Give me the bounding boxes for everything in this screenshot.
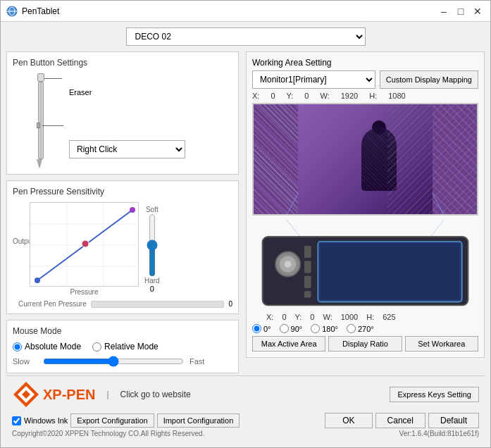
connector-svg: [254, 193, 477, 214]
preview-background: [254, 104, 477, 214]
ok-button[interactable]: OK: [325, 413, 372, 428]
absolute-radio[interactable]: [13, 342, 22, 351]
windows-ink-option[interactable]: Windows Ink: [12, 416, 68, 425]
tablet-h-val: 625: [383, 313, 395, 321]
tablet-x-label: X:: [266, 313, 273, 321]
pen-button-select[interactable]: Right Click: [69, 140, 185, 158]
rot-90-radio[interactable]: [280, 324, 289, 333]
svg-rect-21: [304, 261, 311, 273]
custom-display-button[interactable]: Custom Display Mapping: [380, 70, 478, 89]
main-area: Pen Button Settings: [6, 51, 485, 375]
rotation-row: 0° 90° 180° 270°: [252, 324, 478, 333]
absolute-label: Absolute Mode: [25, 342, 81, 351]
default-button[interactable]: Default: [428, 413, 479, 428]
display-coords: X: 0 Y: 0 W: 1920 H: 1080: [252, 92, 478, 100]
windows-ink-checkbox[interactable]: [12, 416, 21, 425]
rot-0-label: 0°: [263, 325, 271, 333]
app-icon: [6, 6, 18, 17]
logo-text: XP-PEN: [43, 387, 95, 403]
brand-row: XP-PEN | Click go to website Express Key…: [12, 380, 479, 409]
monitor-row: Monitor1[Primary] Custom Display Mapping: [252, 70, 478, 89]
relative-mode-option[interactable]: Relative Mode: [92, 342, 159, 351]
left-panel: Pen Button Settings: [6, 51, 239, 375]
rot-270-option[interactable]: 270°: [347, 324, 374, 333]
speed-slider[interactable]: [43, 356, 184, 367]
svg-point-19: [285, 261, 292, 268]
svg-line-12: [287, 193, 299, 214]
device-row: DECO 02: [6, 27, 485, 46]
bottom-footer: Copyright©2020 XPPEN Technology CO.All R…: [12, 428, 479, 437]
express-keys-button[interactable]: Express Keys Setting: [390, 387, 479, 402]
relative-radio[interactable]: [92, 342, 101, 351]
svg-rect-20: [304, 246, 311, 259]
import-button[interactable]: Import Configuration: [157, 413, 240, 428]
display-ratio-button[interactable]: Display Ratio: [328, 336, 402, 351]
cancel-button[interactable]: Cancel: [375, 413, 425, 428]
pressure-slider-value: 0: [150, 285, 154, 293]
max-active-button[interactable]: Max Active Area: [252, 336, 325, 351]
version-text: Ver:1.6.4(Build:81b1e61f): [399, 430, 479, 437]
mouse-mode-title: Mouse Mode: [13, 326, 232, 336]
svg-point-9: [82, 240, 89, 247]
monitor-select[interactable]: Monitor1[Primary]: [252, 70, 375, 89]
pen-button-title: Pen Button Settings: [13, 58, 232, 68]
rot-90-label: 90°: [291, 325, 303, 333]
pressure-graph: [30, 202, 139, 287]
absolute-mode-option[interactable]: Absolute Mode: [13, 342, 81, 351]
right-panel: Working Area Setting Monitor1[Primary] C…: [246, 51, 485, 375]
pressure-slider[interactable]: [145, 213, 159, 277]
svg-rect-22: [304, 276, 311, 289]
device-select[interactable]: DECO 02: [126, 27, 366, 46]
windows-ink-label: Windows Ink: [24, 416, 68, 425]
pressure-bar: [91, 301, 225, 308]
website-link[interactable]: Click go to website: [120, 390, 191, 399]
rot-270-radio[interactable]: [347, 324, 356, 333]
rot-180-radio[interactable]: [311, 324, 320, 333]
soft-label: Soft: [146, 206, 159, 213]
mouse-mode-section: Mouse Mode Absolute Mode Relative Mode S…: [6, 320, 239, 373]
svg-point-10: [35, 278, 40, 283]
export-button[interactable]: Export Configuration: [70, 413, 154, 428]
logo: XP-PEN: [12, 380, 95, 409]
tablet-y-label: Y:: [295, 313, 302, 321]
working-area-section: Working Area Setting Monitor1[Primary] C…: [246, 51, 485, 358]
y-value: 0: [304, 92, 309, 100]
h-value: 1080: [388, 92, 405, 100]
rot-180-option[interactable]: 180°: [311, 324, 338, 333]
svg-rect-23: [304, 291, 311, 298]
tablet-y-val: 0: [310, 313, 314, 321]
title-controls: – □ ✕: [437, 4, 485, 18]
rot-180-label: 180°: [322, 325, 338, 333]
tablet-coords: X: 0 Y: 0 W: 1000 H: 625: [252, 313, 478, 321]
hard-label: Hard: [144, 277, 160, 285]
h-label: H:: [369, 92, 377, 100]
tablet-w-val: 1000: [341, 313, 358, 321]
minimize-button[interactable]: –: [437, 4, 451, 18]
working-area-title: Working Area Setting: [252, 58, 478, 68]
tablet-container: [252, 218, 478, 310]
svg-line-13: [433, 193, 444, 214]
pressure-bar-value: 0: [228, 300, 232, 308]
rot-90-option[interactable]: 90°: [280, 324, 303, 333]
svg-point-11: [130, 207, 135, 213]
pressure-curve: [30, 203, 139, 287]
copyright-text: Copyright©2020 XPPEN Technology CO.All R…: [12, 430, 204, 437]
rot-0-option[interactable]: 0°: [252, 324, 271, 333]
window-title: PenTablet: [22, 6, 59, 16]
fast-label: Fast: [189, 357, 214, 366]
x-label: X:: [252, 92, 259, 100]
svg-line-14: [287, 220, 300, 237]
close-button[interactable]: ✕: [471, 4, 485, 18]
rot-0-radio[interactable]: [252, 324, 261, 333]
pen-pressure-section: Pen Pressure Sensitivity Output: [6, 180, 239, 314]
rot-270-label: 270°: [358, 325, 374, 333]
maximize-button[interactable]: □: [454, 4, 468, 18]
w-value: 1920: [341, 92, 358, 100]
y-label: Y:: [287, 92, 294, 100]
display-preview: [252, 103, 478, 216]
set-workarea-button[interactable]: Set Workarea: [405, 336, 478, 351]
mode-row: Absolute Mode Relative Mode: [13, 342, 232, 351]
eraser-label: Eraser: [69, 88, 185, 97]
x-value: 0: [271, 92, 275, 100]
tablet-h-label: H:: [366, 313, 374, 321]
